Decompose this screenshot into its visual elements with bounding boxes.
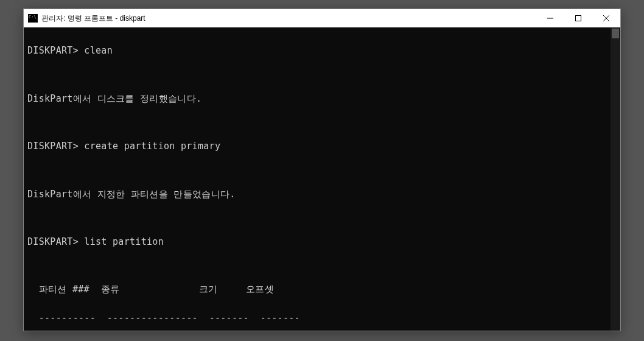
window-title: 관리자: 명령 프롬프트 - diskpart bbox=[41, 13, 145, 24]
minimize-icon bbox=[547, 15, 553, 21]
table-header: 파티션 ### 종류 크기 오프셋 bbox=[27, 283, 617, 297]
close-icon bbox=[603, 15, 609, 21]
svg-rect-0 bbox=[576, 16, 581, 21]
cmd-line: DISKPART> create partition primary bbox=[27, 139, 617, 153]
scrollbar-thumb[interactable] bbox=[612, 29, 619, 38]
titlebar[interactable]: 관리자: 명령 프롬프트 - diskpart bbox=[24, 9, 620, 27]
cmd-icon bbox=[28, 14, 38, 23]
maximize-button[interactable] bbox=[564, 9, 592, 27]
scrollbar[interactable] bbox=[611, 27, 620, 331]
output-line: DiskPart에서 지정한 파티션을 만들었습니다. bbox=[27, 188, 617, 202]
terminal-output[interactable]: DISKPART> clean DiskPart에서 디스크를 정리했습니다. … bbox=[24, 27, 620, 331]
table-divider: ---------- ---------------- ------- ----… bbox=[27, 311, 617, 325]
maximize-icon bbox=[575, 15, 581, 21]
cmd-line: DISKPART> clean bbox=[27, 44, 617, 58]
output-line: DiskPart에서 디스크를 정리했습니다. bbox=[27, 92, 617, 106]
window-frame: 관리자: 명령 프롬프트 - diskpart DISKPART> clean … bbox=[23, 9, 621, 331]
window-controls bbox=[536, 9, 620, 27]
minimize-button[interactable] bbox=[536, 9, 564, 27]
close-button[interactable] bbox=[592, 9, 620, 27]
cmd-line: DISKPART> list partition bbox=[27, 235, 617, 249]
